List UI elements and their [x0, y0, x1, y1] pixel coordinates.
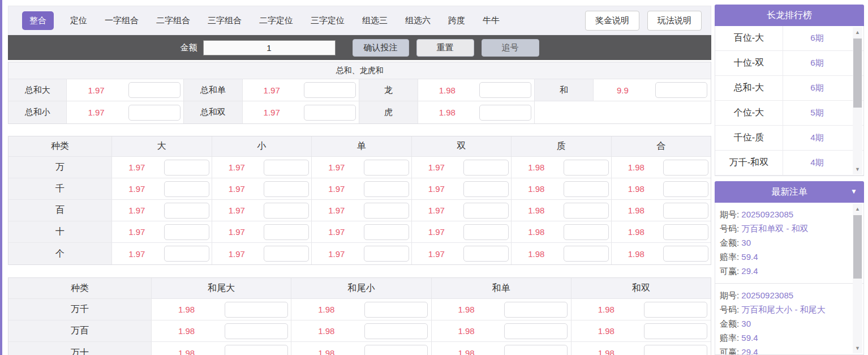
column-header: 和双 [571, 278, 711, 298]
bet-amount-input[interactable] [663, 246, 708, 262]
bet-amount-input[interactable] [264, 224, 309, 240]
bet-type-label: 总和大 [8, 79, 67, 101]
bet-amount-input[interactable] [364, 246, 409, 262]
scroll-up-icon[interactable]: ▲ [853, 28, 862, 36]
table-row: 万千 1.98 1.98 1.98 1.98 [8, 299, 711, 320]
bet-amount-input[interactable] [564, 203, 609, 219]
bet-amount-input[interactable] [663, 181, 708, 197]
bet-amount-input[interactable] [364, 203, 409, 219]
bet-amount-input[interactable] [128, 82, 181, 98]
bet-amount-input[interactable] [364, 181, 409, 197]
bet-amount-input[interactable] [264, 203, 309, 219]
amount-value: 30 [741, 238, 751, 247]
tab-zuxuan-liu[interactable]: 组选六 [404, 11, 432, 30]
bet-amount-input[interactable] [264, 181, 309, 197]
bet-amount-input[interactable] [479, 82, 531, 98]
bet-amount-input[interactable] [364, 160, 409, 176]
bet-amount-input[interactable] [463, 246, 509, 262]
section-title: 总和、龙虎和 [8, 62, 711, 79]
bet-amount-input[interactable] [504, 345, 568, 355]
tab-yizi-zuhe[interactable]: 一字组合 [104, 11, 140, 30]
odds-value: 1.97 [112, 157, 162, 178]
bet-amount-input[interactable] [164, 181, 209, 197]
order-entry: 期号: 20250923085 号码: 万百和单双 - 和双 金额: 30 赔率… [715, 203, 863, 284]
chevron-down-icon[interactable]: ▼ [850, 187, 857, 195]
bet-amount-input[interactable] [164, 246, 209, 262]
orders-scrollbar[interactable]: ▲ ▼ [853, 204, 862, 353]
bet-amount-input[interactable] [564, 224, 609, 240]
tab-kuadu[interactable]: 跨度 [447, 11, 466, 30]
odds-value: 1.98 [571, 320, 641, 341]
issue-value: 20250923085 [741, 290, 793, 300]
bet-amount-input[interactable] [479, 105, 531, 121]
bet-amount-input[interactable] [644, 302, 707, 318]
scroll-up-icon[interactable]: ▲ [853, 205, 862, 213]
bet-amount-input[interactable] [164, 160, 209, 176]
bet-amount-input[interactable] [564, 246, 609, 262]
bet-amount-input[interactable] [164, 203, 209, 219]
bet-amount-input[interactable] [564, 181, 609, 197]
tab-sanzi-zuhe[interactable]: 三字组合 [207, 11, 243, 30]
bet-amount-input[interactable] [264, 246, 309, 262]
bet-amount-input[interactable] [264, 160, 309, 176]
bet-amount-input[interactable] [164, 224, 209, 240]
list-item: 千位-质 4期 [715, 126, 863, 151]
bet-amount-input[interactable] [364, 224, 409, 240]
row-label: 千 [8, 178, 112, 199]
tabbar-buttons: 奖金说明 玩法说明 [585, 11, 702, 31]
tab-zuxuan-san[interactable]: 组选三 [361, 11, 389, 30]
tab-niuniu[interactable]: 牛牛 [482, 11, 501, 30]
scroll-down-icon[interactable]: ▼ [853, 344, 862, 352]
number-label: 号码: [720, 224, 739, 233]
bet-amount-input[interactable] [504, 323, 568, 339]
odds-value: 1.98 [291, 342, 361, 355]
odds-value: 1.97 [212, 200, 262, 221]
row-label: 个 [8, 243, 112, 264]
scrollbar-thumb[interactable] [853, 215, 862, 279]
odds-value: 9.9 [594, 79, 652, 101]
reset-button[interactable]: 重置 [416, 39, 474, 57]
bet-amount-input[interactable] [225, 345, 288, 355]
rules-info-button[interactable]: 玩法说明 [647, 11, 702, 31]
bet-amount-input[interactable] [663, 203, 708, 219]
bet-amount-input[interactable] [663, 224, 708, 240]
odds-value: 1.97 [412, 157, 462, 178]
column-header: 种类 [8, 278, 152, 298]
scroll-down-icon[interactable]: ▼ [853, 165, 862, 173]
bet-amount-input[interactable] [463, 181, 509, 197]
odds-value: 1.97 [67, 79, 125, 101]
bet-amount-input[interactable] [304, 105, 356, 121]
bet-amount-input[interactable] [128, 105, 181, 121]
left-accent-strip [0, 0, 2, 355]
bet-amount-input[interactable] [463, 203, 509, 219]
amount-input[interactable] [203, 40, 336, 55]
bet-amount-input[interactable] [364, 302, 428, 318]
tab-erzi-zuhe[interactable]: 二字组合 [155, 11, 191, 30]
bet-amount-input[interactable] [463, 160, 509, 176]
odds-value: 1.97 [112, 200, 162, 221]
bet-amount-input[interactable] [463, 224, 509, 240]
bonus-info-button[interactable]: 奖金说明 [585, 11, 639, 31]
tab-sanzi-dingwei[interactable]: 三字定位 [310, 11, 346, 30]
bet-amount-input[interactable] [644, 323, 707, 339]
bet-amount-input[interactable] [663, 160, 708, 176]
odds-value: 1.97 [243, 101, 301, 123]
bet-amount-input[interactable] [225, 323, 288, 339]
tab-dingwei[interactable]: 定位 [69, 11, 88, 30]
tab-zhenghe[interactable]: 整合 [22, 11, 54, 30]
ranking-scrollbar[interactable]: ▲ ▼ [853, 27, 862, 174]
confirm-bet-button[interactable]: 确认投注 [353, 39, 409, 57]
bet-amount-input[interactable] [644, 345, 707, 355]
bet-amount-input[interactable] [655, 82, 707, 98]
bet-amount-input[interactable] [564, 160, 609, 176]
chase-button[interactable]: 追号 [482, 39, 539, 57]
bet-amount-input[interactable] [364, 345, 428, 355]
bet-amount-input[interactable] [225, 302, 288, 318]
bet-amount-input[interactable] [504, 302, 568, 318]
table-row: 万 1.97 1.97 1.97 1.97 1.98 1.98 [8, 157, 711, 178]
bet-amount-input[interactable] [364, 323, 428, 339]
scrollbar-thumb[interactable] [853, 39, 862, 108]
odds-value: 1.98 [512, 178, 561, 199]
tab-erzi-dingwei[interactable]: 二字定位 [258, 11, 294, 30]
bet-amount-input[interactable] [304, 82, 356, 98]
